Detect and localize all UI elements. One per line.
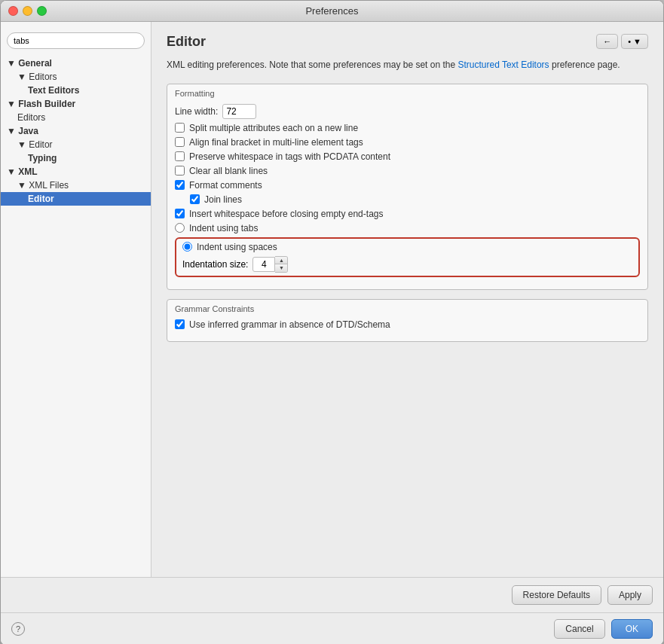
main-content: ▼ General ▼ Editors Text Editors ▼ Flash… <box>1 22 663 577</box>
align-bracket-checkbox[interactable] <box>175 137 185 147</box>
sidebar-item-typing[interactable]: Typing <box>1 151 151 165</box>
content-header: Editor ← • ▼ <box>167 34 648 50</box>
insert-ws-label: Insert whitespace before closing empty e… <box>189 209 383 219</box>
indentation-size-input[interactable] <box>252 257 275 272</box>
footer-bar: ? Cancel OK <box>1 612 663 644</box>
indent-spaces-label: Indent using spaces <box>197 242 277 252</box>
join-lines-label: Join lines <box>204 194 242 205</box>
window-title: Preferences <box>305 5 358 17</box>
sidebar-item-xml-files[interactable]: ▼ XML Files <box>1 179 151 192</box>
line-width-input[interactable] <box>222 104 256 119</box>
indent-tabs-label: Indent using tabs <box>189 223 258 233</box>
use-inferred-checkbox[interactable] <box>175 319 185 329</box>
preserve-ws-label: Preserve whitespace in tags with PCDATA … <box>189 151 390 162</box>
preserve-ws-checkbox[interactable] <box>175 151 185 161</box>
restore-defaults-button[interactable]: Restore Defaults <box>512 585 601 605</box>
line-width-label: Line width: <box>175 106 218 117</box>
indent-tabs-row: Indent using tabs <box>175 223 640 233</box>
line-width-row: Line width: <box>175 104 640 119</box>
insert-ws-row: Insert whitespace before closing empty e… <box>175 209 640 219</box>
window-body: ▼ General ▼ Editors Text Editors ▼ Flash… <box>1 22 663 644</box>
page-title: Editor <box>167 34 206 50</box>
split-attrs-checkbox[interactable] <box>175 123 185 133</box>
use-inferred-row: Use inferred grammar in absence of DTD/S… <box>175 319 640 330</box>
title-bar: Preferences <box>1 1 663 22</box>
close-button[interactable] <box>8 6 18 16</box>
minimize-button[interactable] <box>23 6 32 16</box>
apply-button[interactable]: Apply <box>607 585 653 605</box>
structured-text-editors-link[interactable]: Structured Text Editors <box>457 60 549 70</box>
sidebar-item-xml[interactable]: ▼ XML <box>1 165 151 179</box>
format-comments-checkbox[interactable] <box>175 180 185 190</box>
sidebar-item-xml-editor[interactable]: Editor <box>1 192 151 206</box>
ok-button[interactable]: OK <box>611 619 653 639</box>
spinner-up-button[interactable]: ▲ <box>275 257 287 264</box>
traffic-lights <box>8 6 47 16</box>
insert-ws-checkbox[interactable] <box>175 209 185 218</box>
indent-spaces-row: Indent using spaces <box>182 242 632 252</box>
indentation-size-spinner: ▲ ▼ <box>252 256 288 273</box>
indent-tabs-radio[interactable] <box>175 223 185 233</box>
join-lines-checkbox[interactable] <box>190 194 200 204</box>
sidebar-item-fb-editors[interactable]: Editors <box>1 111 151 124</box>
split-attrs-row: Split multiple attributes each on a new … <box>175 123 640 133</box>
sidebar-item-java-editor[interactable]: ▼ Editor <box>1 138 151 151</box>
help-icon[interactable]: ? <box>11 622 25 636</box>
description: XML editing preferences. Note that some … <box>167 59 648 72</box>
clear-blank-checkbox[interactable] <box>175 166 185 175</box>
content-area: Editor ← • ▼ XML editing preferences. No… <box>151 22 663 577</box>
formatting-content: Line width: Split multiple attributes ea… <box>167 101 647 289</box>
maximize-button[interactable] <box>37 6 47 16</box>
preserve-ws-row: Preserve whitespace in tags with PCDATA … <box>175 151 640 162</box>
spinner-buttons: ▲ ▼ <box>275 256 288 273</box>
grammar-content: Use inferred grammar in absence of DTD/S… <box>167 316 647 341</box>
sidebar-item-text-editors[interactable]: Text Editors <box>1 84 151 97</box>
forward-button[interactable]: • ▼ <box>621 34 648 49</box>
sidebar-item-general[interactable]: ▼ General <box>1 56 151 70</box>
formatting-title: Formatting <box>167 84 647 101</box>
cancel-button[interactable]: Cancel <box>554 619 604 639</box>
clear-blank-row: Clear all blank lines <box>175 166 640 176</box>
indentation-size-row: Indentation size: ▲ ▼ <box>182 256 632 273</box>
bottom-action-bar: Restore Defaults Apply <box>1 577 663 612</box>
formatting-section: Formatting Line width: Split multiple at… <box>167 84 648 290</box>
format-comments-row: Format comments <box>175 180 640 191</box>
sidebar-item-flash-builder[interactable]: ▼ Flash Builder <box>1 97 151 111</box>
indent-spaces-radio[interactable] <box>182 242 192 252</box>
search-input[interactable] <box>7 32 145 49</box>
toolbar-buttons: ← • ▼ <box>596 34 648 49</box>
spinner-down-button[interactable]: ▼ <box>275 264 287 272</box>
format-comments-label: Format comments <box>189 180 262 191</box>
use-inferred-label: Use inferred grammar in absence of DTD/S… <box>189 319 390 330</box>
back-button[interactable]: ← <box>596 34 618 49</box>
align-bracket-row: Align final bracket in multi-line elemen… <box>175 137 640 148</box>
sidebar: ▼ General ▼ Editors Text Editors ▼ Flash… <box>1 22 151 577</box>
indentation-size-label: Indentation size: <box>182 259 248 270</box>
sidebar-item-java[interactable]: ▼ Java <box>1 124 151 138</box>
indent-spaces-section: Indent using spaces Indentation size: ▲ … <box>175 237 640 277</box>
split-attrs-label: Split multiple attributes each on a new … <box>189 123 358 133</box>
clear-blank-label: Clear all blank lines <box>189 166 268 176</box>
grammar-section: Grammar Constraints Use inferred grammar… <box>167 299 648 342</box>
sidebar-item-editors[interactable]: ▼ Editors <box>1 70 151 84</box>
preferences-window: Preferences ▼ General ▼ Editors <box>0 0 664 644</box>
grammar-title: Grammar Constraints <box>167 300 647 316</box>
join-lines-row: Join lines <box>175 194 640 205</box>
search-container <box>1 28 151 53</box>
align-bracket-label: Align final bracket in multi-line elemen… <box>189 137 363 148</box>
